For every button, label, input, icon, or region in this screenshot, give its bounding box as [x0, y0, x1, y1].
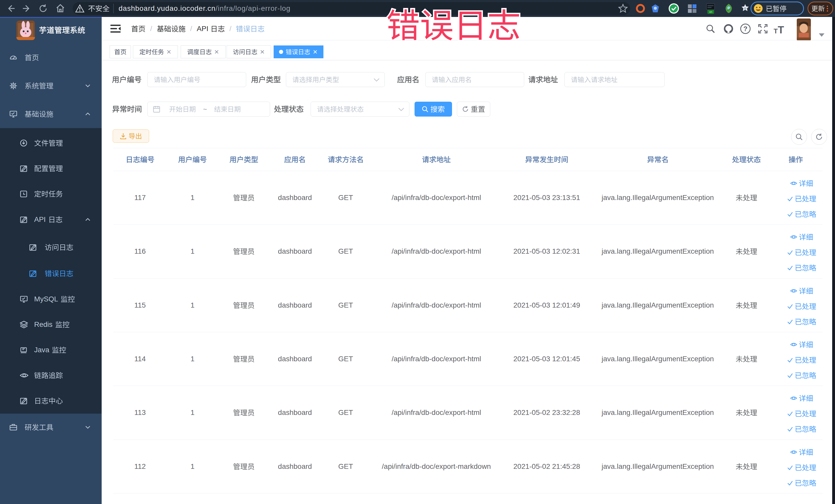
- svg-text:on: on: [709, 10, 712, 13]
